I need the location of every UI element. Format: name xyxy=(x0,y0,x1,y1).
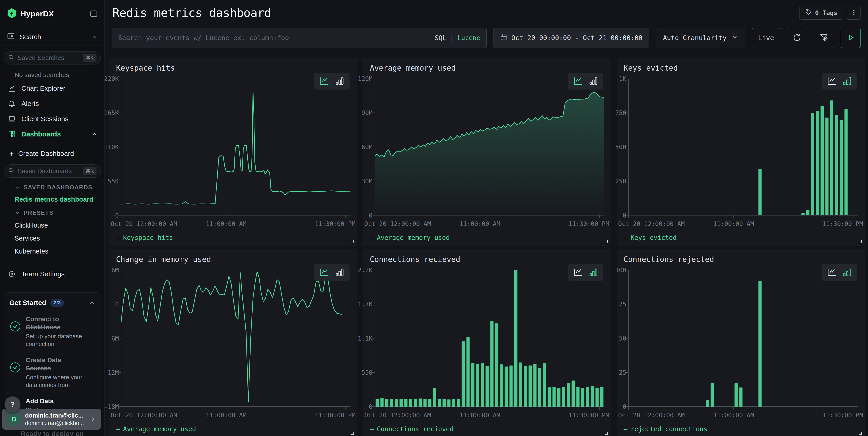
avatar: D xyxy=(7,412,21,426)
help-button[interactable]: ? xyxy=(5,396,21,412)
sidebar-item-team-settings[interactable]: Team Settings xyxy=(0,268,104,280)
run-button[interactable] xyxy=(841,28,861,48)
search-section-icon xyxy=(7,32,15,42)
x-tick-label: Oct 20 12:00:00 AM xyxy=(364,220,431,227)
y-tick-label: 55K xyxy=(107,178,119,185)
granularity-value: Auto Granularity xyxy=(663,34,726,42)
saved-searches-input[interactable]: Saved Searches ⌘K xyxy=(4,51,101,64)
chart-plot xyxy=(625,78,858,220)
sidebar-item-clickhouse-preset[interactable]: ClickHouse xyxy=(0,222,104,229)
bar-chart-icon[interactable] xyxy=(335,77,344,85)
chevron-right-icon xyxy=(89,416,96,423)
line-chart-icon[interactable] xyxy=(827,77,837,85)
chart-plot xyxy=(372,269,604,411)
tags-label: 0 Tags xyxy=(815,9,837,17)
get-started-step-datasources[interactable]: Create Data Sources Configure where your… xyxy=(9,356,95,389)
get-started-progress-badge: 2/3 xyxy=(50,299,64,307)
chart-panel-keyspace-hits: Keyspace hits 220K165K110K55K0 Oct 20 12… xyxy=(109,58,357,246)
live-button[interactable]: Live xyxy=(752,28,780,48)
hyperdx-logo-icon xyxy=(7,8,17,20)
sidebar-item-alerts[interactable]: Alerts xyxy=(0,98,104,109)
bar-chart-icon[interactable] xyxy=(842,268,851,277)
x-axis-labels: Oct 20 12:00:00 AM11:00:00 AM11:30:00 PM xyxy=(617,412,865,420)
app-root: HyperDX Search Saved Searches ⌘K No save… xyxy=(0,0,868,436)
saved-dashboards-header[interactable]: SAVED DASHBOARDS xyxy=(0,184,104,191)
chart-plot xyxy=(118,269,350,411)
x-tick-label: 11:00:00 AM xyxy=(206,412,246,419)
presets-header[interactable]: PRESETS xyxy=(0,210,104,216)
granularity-select[interactable]: Auto Granularity xyxy=(656,28,745,48)
event-search-input[interactable]: Search your events w/ Lucene ex. column:… xyxy=(112,28,487,48)
play-icon xyxy=(846,33,855,42)
laptop-icon xyxy=(7,115,17,123)
chevron-down-icon xyxy=(14,210,21,216)
bar-chart-icon[interactable] xyxy=(589,268,598,277)
search-icon xyxy=(8,168,14,175)
sidebar-collapse-icon[interactable] xyxy=(90,10,98,17)
y-tick-label: 60M xyxy=(362,144,373,151)
no-saved-searches-text: No saved searches xyxy=(0,64,104,79)
y-tick-label: 250 xyxy=(615,178,626,185)
resize-handle[interactable] xyxy=(859,432,862,435)
chevron-up-icon[interactable] xyxy=(89,299,95,306)
chart-panel-change-in-memory-used: Change in memory used 6M0-6M-12M-18M Oct… xyxy=(109,250,357,436)
line-chart-icon[interactable] xyxy=(319,268,330,277)
bar-chart-icon[interactable] xyxy=(842,77,851,85)
legend: —Average memory used xyxy=(370,234,450,241)
saved-searches-placeholder: Saved Searches xyxy=(18,54,80,61)
toolbar: Search your events w/ Lucene ex. column:… xyxy=(105,28,868,48)
chevron-up-icon xyxy=(91,34,98,40)
date-range-value: Oct 20 00:00:00 - Oct 21 00:00:00 xyxy=(512,34,643,42)
resize-handle[interactable] xyxy=(351,240,354,243)
bell-icon xyxy=(7,100,17,108)
create-dashboard-button[interactable]: + Create Dashboard xyxy=(0,148,104,159)
resize-handle[interactable] xyxy=(605,432,608,435)
legend: —Keyspace hits xyxy=(116,234,173,241)
sidebar-item-chart-explorer[interactable]: Chart Explorer xyxy=(0,83,104,94)
tags-button[interactable]: 0 Tags xyxy=(799,6,843,20)
x-tick-label: 11:30:00 PM xyxy=(822,412,863,419)
line-chart-icon[interactable] xyxy=(827,268,837,277)
sidebar-item-search[interactable]: Search xyxy=(0,31,104,43)
sidebar-item-kubernetes-preset[interactable]: Kubernetes xyxy=(0,248,104,255)
chart-type-toggle xyxy=(568,73,603,89)
cmdk-shortcut: ⌘K xyxy=(83,54,96,62)
resize-handle[interactable] xyxy=(605,240,608,243)
line-chart-icon[interactable] xyxy=(319,77,330,85)
x-axis-labels: Oct 20 12:00:00 AM11:00:00 AM11:30:00 PM xyxy=(363,220,611,229)
bar-chart-icon[interactable] xyxy=(589,77,598,85)
sidebar-item-dashboards[interactable]: Dashboards xyxy=(0,129,104,140)
resize-handle[interactable] xyxy=(859,240,862,243)
y-tick-label: 500 xyxy=(615,144,626,151)
date-range-input[interactable]: Oct 20 00:00:00 - Oct 21 00:00:00 xyxy=(493,28,649,48)
lucene-toggle[interactable]: Lucene xyxy=(458,34,480,42)
filter-button[interactable] xyxy=(814,28,834,48)
step-desc: Configure where your data comes from xyxy=(26,373,82,389)
user-menu[interactable]: D dominic.tran@clic... dominic.tran@clic… xyxy=(2,409,101,430)
user-email: dominic.tran@clickho... xyxy=(25,419,84,427)
sql-toggle[interactable]: SQL xyxy=(435,34,446,42)
legend: —Keys evicted xyxy=(624,234,677,241)
line-chart-icon[interactable] xyxy=(573,268,583,277)
y-tick-label: -18M xyxy=(105,403,119,410)
bar-chart-icon[interactable] xyxy=(335,268,344,277)
y-tick-label: 220K xyxy=(105,75,119,82)
check-circle-icon xyxy=(9,356,21,389)
refresh-button[interactable] xyxy=(787,28,807,48)
resize-handle[interactable] xyxy=(351,432,354,435)
calendar-icon xyxy=(500,33,507,42)
refresh-icon xyxy=(792,33,802,43)
sidebar-item-services-preset[interactable]: Services xyxy=(0,235,104,242)
x-tick-label: Oct 20 12:00:00 AM xyxy=(618,220,685,227)
x-axis-labels: Oct 20 12:00:00 AM11:00:00 AM11:30:00 PM xyxy=(363,412,611,420)
panel-title: Connections rejected xyxy=(624,255,714,264)
line-chart-icon[interactable] xyxy=(573,77,583,85)
more-menu-button[interactable] xyxy=(847,6,861,20)
chart-plot xyxy=(118,78,350,220)
sidebar-item-client-sessions[interactable]: Client Sessions xyxy=(0,113,104,124)
panel-title: Connections recieved xyxy=(370,255,460,264)
saved-dashboards-input[interactable]: Saved Dashboards ⌘K xyxy=(4,165,101,178)
get-started-step-connect[interactable]: Connect to ClickHouse Set up your databa… xyxy=(9,315,95,348)
chart-type-toggle xyxy=(568,264,603,281)
sidebar-item-redis-dashboard[interactable]: Redis metrics dashboard xyxy=(0,196,104,203)
